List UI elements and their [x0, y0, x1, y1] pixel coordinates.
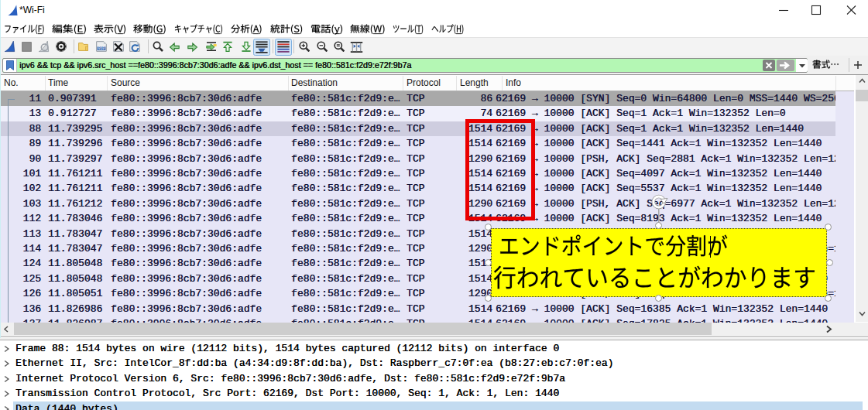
svg-text:010: 010: [98, 46, 105, 50]
